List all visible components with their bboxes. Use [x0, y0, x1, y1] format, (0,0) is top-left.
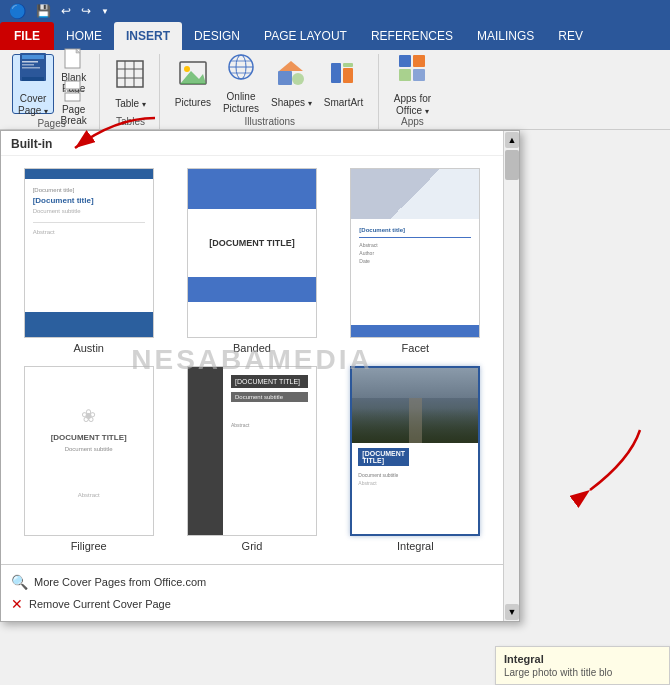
remove-cover-icon: ✕	[11, 596, 23, 612]
grid-label: Grid	[242, 540, 263, 552]
tab-file[interactable]: FILE	[0, 22, 54, 50]
cover-grid: [Document title] [Document title] Docume…	[1, 156, 503, 564]
tab-rev[interactable]: REV	[546, 22, 595, 50]
smartart-icon	[330, 59, 358, 94]
filigree-cover-item[interactable]: ❀ [DOCUMENT TITLE] Document subtitle Abs…	[13, 366, 164, 552]
svg-rect-43	[413, 69, 425, 81]
table-label: Table ▾	[115, 98, 146, 110]
smartart-button[interactable]: SmartArt	[319, 54, 368, 114]
austin-cover-item[interactable]: [Document title] [Document title] Docume…	[13, 168, 164, 354]
tables-group: Table ▾ Tables	[102, 54, 160, 129]
austin-label: Austin	[73, 342, 104, 354]
svg-rect-5	[22, 77, 44, 81]
integral-thumb: [DOCUMENTTITLE] Document subtitle Abstra…	[350, 366, 480, 536]
austin-thumb: [Document title] [Document title] Docume…	[24, 168, 154, 338]
svg-rect-10	[65, 93, 80, 101]
qa-dropdown[interactable]: ▼	[98, 6, 112, 17]
filigree-label: Filigree	[71, 540, 107, 552]
tab-references[interactable]: REFERENCES	[359, 22, 465, 50]
tab-insert[interactable]: INSERT	[114, 22, 182, 50]
svg-rect-4	[22, 67, 40, 69]
cover-page-dropdown: Built-in NESABAMEDIA [Document title] [D…	[0, 130, 520, 622]
ribbon-toolbar: CoverPage ▾ BlankPage	[0, 50, 670, 130]
cover-page-button[interactable]: CoverPage ▾	[12, 54, 54, 114]
apps-group: Apps forOffice ▾ Apps	[381, 54, 444, 129]
apps-for-office-button[interactable]: Apps forOffice ▾	[389, 55, 436, 115]
svg-rect-1	[22, 55, 44, 59]
tables-group-label: Tables	[116, 116, 145, 129]
builtin-section-label: Built-in	[1, 131, 503, 156]
shapes-button[interactable]: Shapes ▾	[266, 54, 317, 114]
blank-page-icon	[64, 48, 84, 72]
pictures-label: Pictures	[175, 97, 211, 109]
svg-rect-42	[399, 69, 411, 81]
svg-rect-41	[413, 55, 425, 67]
svg-rect-24	[278, 71, 292, 85]
facet-cover-item[interactable]: [Document title] Abstract Author Date Fa…	[340, 168, 491, 354]
svg-rect-29	[343, 63, 353, 67]
grid-thumb: [DOCUMENT TITLE] Document subtitle Abstr…	[187, 366, 317, 536]
cover-page-label: CoverPage ▾	[18, 93, 48, 117]
tab-design[interactable]: DESIGN	[182, 22, 252, 50]
svg-rect-2	[22, 61, 38, 63]
banded-label: Banded	[233, 342, 271, 354]
word-icon: 🔵	[6, 2, 29, 20]
svg-rect-3	[22, 64, 34, 66]
svg-rect-28	[343, 68, 353, 83]
svg-rect-27	[331, 63, 341, 83]
pictures-icon	[179, 59, 207, 94]
smartart-label: SmartArt	[324, 97, 363, 109]
more-cover-pages-option[interactable]: 🔍 More Cover Pages from Office.com	[11, 571, 493, 593]
remove-cover-label: Remove Current Cover Page	[29, 598, 171, 610]
bottom-options: 🔍 More Cover Pages from Office.com ✕ Rem…	[1, 564, 503, 621]
online-pictures-label: OnlinePictures	[223, 91, 259, 115]
integral-label: Integral	[397, 540, 434, 552]
online-pictures-icon	[227, 54, 255, 89]
shapes-label: Shapes ▾	[271, 97, 312, 109]
cover-page-icon	[18, 51, 48, 92]
apps-group-label: Apps	[401, 116, 424, 129]
remove-cover-page-option[interactable]: ✕ Remove Current Cover Page	[11, 593, 493, 615]
tab-mailings[interactable]: MAILINGS	[465, 22, 546, 50]
table-button[interactable]: Table ▾	[110, 55, 151, 115]
illustrations-group-label: Illustrations	[245, 116, 296, 129]
svg-marker-25	[279, 61, 303, 71]
shapes-icon	[277, 59, 305, 94]
quick-access-toolbar: 🔵 💾 ↩ ↪ ▼	[0, 0, 670, 22]
filigree-thumb: ❀ [DOCUMENT TITLE] Document subtitle Abs…	[24, 366, 154, 536]
svg-point-17	[184, 66, 190, 72]
tab-home[interactable]: HOME	[54, 22, 114, 50]
tab-page-layout[interactable]: PAGE LAYOUT	[252, 22, 359, 50]
svg-rect-40	[399, 55, 411, 67]
page-break-icon	[64, 80, 84, 104]
tooltip-title: Integral	[504, 653, 661, 665]
svg-rect-11	[117, 61, 143, 87]
save-btn[interactable]: 💾	[33, 3, 54, 19]
facet-thumb: [Document title] Abstract Author Date	[350, 168, 480, 338]
svg-rect-8	[65, 81, 80, 89]
pages-group: CoverPage ▾ BlankPage	[4, 54, 100, 129]
apps-for-office-label: Apps forOffice ▾	[394, 93, 431, 117]
redo-btn[interactable]: ↪	[78, 3, 94, 19]
svg-point-26	[292, 73, 304, 85]
apps-for-office-icon	[397, 53, 427, 90]
online-pictures-button[interactable]: OnlinePictures	[218, 54, 264, 114]
table-icon	[116, 60, 144, 95]
tooltip-description: Large photo with title blo	[504, 667, 661, 678]
ribbon-tabs: FILE HOME INSERT DESIGN PAGE LAYOUT REFE…	[0, 22, 670, 50]
banded-thumb: [DOCUMENT TITLE]	[187, 168, 317, 338]
red-arrow-2	[550, 420, 650, 520]
integral-cover-item[interactable]: [DOCUMENTTITLE] Document subtitle Abstra…	[340, 366, 491, 552]
grid-cover-item[interactable]: [DOCUMENT TITLE] Document subtitle Abstr…	[176, 366, 327, 552]
banded-cover-item[interactable]: [DOCUMENT TITLE] Banded	[176, 168, 327, 354]
integral-tooltip: Integral Large photo with title blo	[495, 646, 670, 685]
more-cover-pages-icon: 🔍	[11, 574, 28, 590]
illustrations-group: Pictures OnlinePictures	[162, 54, 379, 129]
page-break-button[interactable]: PageBreak	[56, 88, 91, 118]
undo-btn[interactable]: ↩	[58, 3, 74, 19]
pictures-button[interactable]: Pictures	[170, 54, 216, 114]
more-cover-pages-label: More Cover Pages from Office.com	[34, 576, 206, 588]
facet-label: Facet	[402, 342, 430, 354]
svg-marker-18	[180, 71, 206, 84]
scrollbar[interactable]: ▲ ▼	[503, 131, 519, 621]
